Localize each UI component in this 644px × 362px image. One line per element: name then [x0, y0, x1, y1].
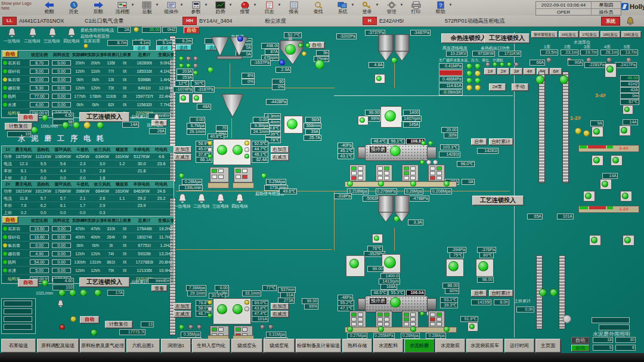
- counter-reset-button[interactable]: 计数复位: [5, 123, 32, 130]
- left-pressurize-button[interactable]: 左加压: [174, 146, 191, 153]
- params-button[interactable]: 参数▼: [184, 0, 208, 14]
- setpoint-value[interactable]: 4.50: [52, 113, 74, 119]
- alarm-ack-button[interactable]: 系统: [601, 17, 620, 26]
- table-cell: 水渣: [8, 268, 28, 274]
- help-button[interactable]: ?帮助▼: [428, 0, 453, 14]
- auto-mode-button[interactable]: 自动: [2, 216, 18, 223]
- process-interlock-button[interactable]: 工艺连锁投入: [79, 112, 129, 122]
- back-button[interactable]: 前翻: [37, 0, 61, 14]
- right-depressurize-button[interactable]: 右减压: [271, 154, 289, 160]
- nav-home[interactable]: 主页面: [535, 339, 561, 352]
- nav-cement-bulk[interactable]: 水泥散装: [435, 339, 465, 352]
- temp-value: 39.3℃: [440, 302, 458, 308]
- system-button[interactable]: 系统▼: [330, 0, 355, 14]
- station-reset-button[interactable]: 18站复位: [600, 31, 620, 38]
- status-indicator: [208, 147, 212, 152]
- status-square: [404, 176, 409, 180]
- table-cell: 21.8: [132, 169, 151, 173]
- login-button[interactable]: 登录▼: [355, 0, 379, 14]
- alarm-bar[interactable]: LL AI441C1AT01NOX C1出口氧气含量 HH BY14AI_340…: [0, 16, 644, 27]
- nav-coal-prep[interactable]: 粉煤制备及计量输送: [296, 339, 341, 352]
- pump-select-button[interactable]: 2#: [497, 68, 509, 75]
- table-cell: 13.2HZ: [158, 252, 174, 256]
- select-button[interactable]: 选择: [176, 45, 191, 50]
- left-depressurize-button[interactable]: 左减压: [174, 311, 191, 317]
- temp-value: 48.4℃: [371, 138, 388, 144]
- overview-button[interactable]: 总貌▼: [135, 0, 159, 14]
- table-cell: 53988t: [131, 78, 158, 82]
- pump-select-button[interactable]: 4#: [524, 68, 535, 75]
- silo-label: 4库: [604, 44, 611, 49]
- report-button[interactable]: 报表: [281, 0, 306, 14]
- nav-kiln-feed[interactable]: 生料入窑均化: [192, 339, 230, 352]
- left-depressurize-button[interactable]: 左减压: [174, 154, 191, 160]
- nav-raw-batching[interactable]: 原料调配及输送: [37, 339, 79, 352]
- auto-mode-button[interactable]: 自动: [18, 114, 38, 122]
- pump-select-button[interactable]: 6#: [550, 68, 562, 75]
- right-pressurize-button[interactable]: 右加压: [271, 303, 289, 310]
- nav-bag-loading[interactable]: 水泥袋装装车: [466, 339, 503, 352]
- process-interlock-button[interactable]: 工艺连锁投入: [484, 33, 530, 43]
- mill-label[interactable]: 预停磨: [370, 147, 386, 153]
- table-cell: 67751t: [131, 243, 158, 247]
- v-separator: [210, 36, 249, 66]
- search-button[interactable]: 查找: [306, 0, 330, 14]
- print-button[interactable]: 打印: [404, 0, 428, 14]
- pump-select-button[interactable]: 3#: [510, 68, 522, 75]
- status-indicator: [475, 63, 481, 69]
- table-cell: [2, 69, 8, 75]
- nav-gypsum-transport[interactable]: 石膏输送: [1, 339, 36, 352]
- nav-clinker-storage[interactable]: 熟料存储: [342, 339, 372, 352]
- station-reset-button[interactable]: 16站复位: [559, 31, 578, 38]
- forward-button[interactable]: 后翻: [86, 0, 110, 14]
- nav-cement-batching[interactable]: 水泥配料: [373, 339, 403, 352]
- manual-button[interactable]: 手动: [512, 83, 528, 91]
- history-button[interactable]: 历史: [61, 0, 86, 14]
- process-interlock-button[interactable]: 工艺连锁投入: [79, 277, 129, 287]
- nav-lube-oil[interactable]: 润滑油1: [161, 339, 191, 352]
- chevron-down-icon: ▼: [253, 3, 257, 7]
- right-depressurize-button[interactable]: 右减压: [271, 311, 289, 317]
- auto-mode-button[interactable]: 自动: [184, 27, 199, 33]
- trend-button[interactable]: 趋势▼: [208, 0, 233, 14]
- user: OPER: [536, 9, 592, 16]
- chevron-down-icon: ▼: [449, 3, 453, 7]
- nav-runtime[interactable]: 运行时间: [504, 339, 534, 352]
- alarm-bell-icon[interactable]: [626, 17, 634, 27]
- view-button[interactable]: 查看: [151, 285, 167, 291]
- log-button[interactable]: 日志▼: [257, 0, 281, 14]
- process-interlock-button[interactable]: 工艺连锁投入: [472, 196, 524, 205]
- alarm-bell-reset-button[interactable]: 警铃警报复位: [531, 31, 558, 38]
- manage-button[interactable]: 管理▼: [379, 0, 404, 14]
- status-indicator: [261, 173, 267, 178]
- flowchart-button[interactable]: 流程图▼: [110, 0, 135, 14]
- status-square: [212, 175, 217, 179]
- pump2-button[interactable]: 2#泵: [489, 83, 506, 91]
- bell-icon[interactable]: [57, 299, 64, 310]
- auto-mode-button[interactable]: 自动: [18, 279, 38, 287]
- counter-reset-button[interactable]: 计数复位: [105, 321, 132, 328]
- nav-raw-grinding[interactable]: 原料粉磨及废气处理: [80, 339, 125, 352]
- flowchart-icon: [117, 1, 128, 9]
- lighting-auto-button[interactable]: 自动: [571, 337, 589, 344]
- group-op-button[interactable]: 组操作▼: [159, 0, 184, 14]
- nav-kiln-tail[interactable]: 烧成窑尾: [264, 339, 295, 352]
- auto-mode-button[interactable]: 自动: [80, 316, 99, 323]
- current-value: 4.8A: [369, 62, 384, 68]
- setpoint-value[interactable]: 35.00: [142, 27, 161, 33]
- table-cell: 12t/h: [72, 252, 88, 256]
- setpoint-value[interactable]: 4.60: [52, 278, 74, 284]
- auto-mode-button[interactable]: 自动: [309, 42, 324, 48]
- nav-machines-overview[interactable]: 六机总图1: [126, 339, 160, 352]
- alarm-button[interactable]: 报警▼: [233, 0, 257, 14]
- auto-mode-button[interactable]: 自动: [2, 51, 18, 57]
- pump-select-button[interactable]: 1#: [484, 68, 496, 75]
- left-pressurize-button[interactable]: 左加压: [174, 303, 191, 310]
- nav-cement-grinding[interactable]: 水泥粉磨: [404, 339, 434, 352]
- nav-kiln-head[interactable]: 烧成窑头: [231, 339, 262, 352]
- lighting-start-button[interactable]: 启动: [571, 345, 589, 351]
- mill-label[interactable]: 预停磨: [370, 298, 386, 304]
- right-pressurize-button[interactable]: 右加压: [271, 146, 289, 153]
- station-reset-button[interactable]: 19站复位: [621, 31, 641, 38]
- station-reset-button[interactable]: 17站复位: [580, 31, 599, 38]
